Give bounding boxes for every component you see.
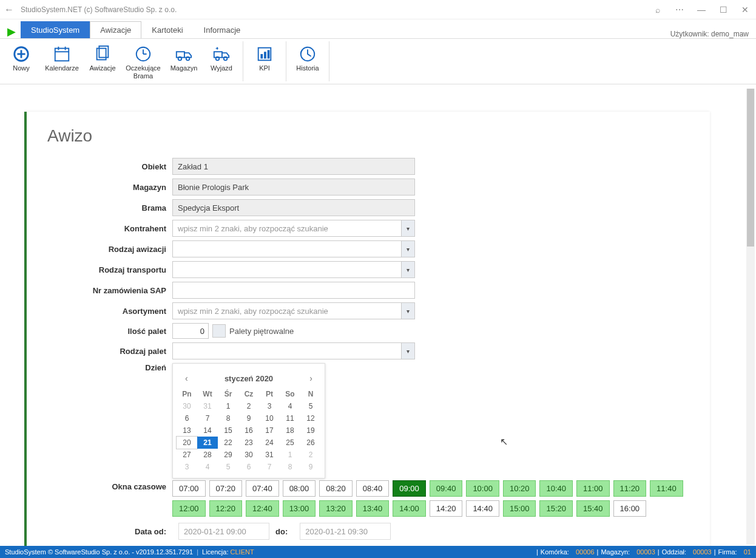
- minimize-icon[interactable]: —: [690, 5, 712, 15]
- tab-informacje[interactable]: Informacje: [194, 21, 251, 38]
- close-icon[interactable]: ✕: [734, 5, 756, 15]
- svg-point-17: [224, 57, 228, 61]
- play-icon[interactable]: ▶: [2, 25, 21, 38]
- tab-studiosystem[interactable]: StudioSystem: [21, 21, 90, 38]
- svg-rect-20: [264, 52, 266, 58]
- svg-point-13: [178, 57, 182, 61]
- ribbon-magazyn[interactable]: Magazyn: [165, 41, 203, 81]
- ribbon-historia[interactable]: Historia: [289, 41, 326, 81]
- back-button[interactable]: ←: [0, 4, 18, 15]
- truck-out-icon: [212, 45, 231, 63]
- ribbon-kalendarze[interactable]: Kalendarze: [40, 41, 84, 81]
- tab-kartoteki[interactable]: Kartoteki: [141, 21, 193, 38]
- plus-circle-icon: [12, 45, 30, 63]
- copy-icon: [93, 45, 112, 63]
- svg-rect-3: [55, 49, 69, 61]
- kpi-icon: [255, 45, 274, 63]
- ribbon: Nowy Kalendarze Awizacje Oczekujące Bram…: [0, 39, 756, 84]
- svg-rect-19: [260, 54, 263, 59]
- tab-awizacje[interactable]: Awizacje: [90, 21, 141, 38]
- ribbon-nowy[interactable]: Nowy: [2, 41, 40, 81]
- menubar: ▶ StudioSystem Awizacje Kartoteki Inform…: [0, 19, 756, 39]
- svg-rect-21: [268, 50, 270, 58]
- truck-in-icon: [175, 45, 193, 63]
- ribbon-oczekujace[interactable]: Oczekujące Brama: [121, 41, 165, 81]
- clock-icon: [134, 45, 152, 63]
- history-icon: [299, 45, 317, 63]
- window-title: StudioSystem.NET (c) SoftwareStudio Sp. …: [18, 5, 177, 14]
- ribbon-wyjazd[interactable]: Wyjazd: [203, 41, 240, 81]
- ribbon-awizacje[interactable]: Awizacje: [84, 41, 121, 81]
- calendar-icon: [53, 45, 71, 63]
- svg-point-16: [216, 57, 220, 61]
- more-icon[interactable]: ⋯: [669, 5, 690, 15]
- maximize-icon[interactable]: ☐: [712, 5, 734, 15]
- user-label: Użytkownik: demo_maw: [670, 30, 756, 38]
- ribbon-kpi[interactable]: KPI: [246, 41, 283, 81]
- titlebar: ← StudioSystem.NET (c) SoftwareStudio Sp…: [0, 0, 756, 19]
- search-icon[interactable]: ⌕: [647, 5, 669, 15]
- svg-point-14: [186, 57, 190, 61]
